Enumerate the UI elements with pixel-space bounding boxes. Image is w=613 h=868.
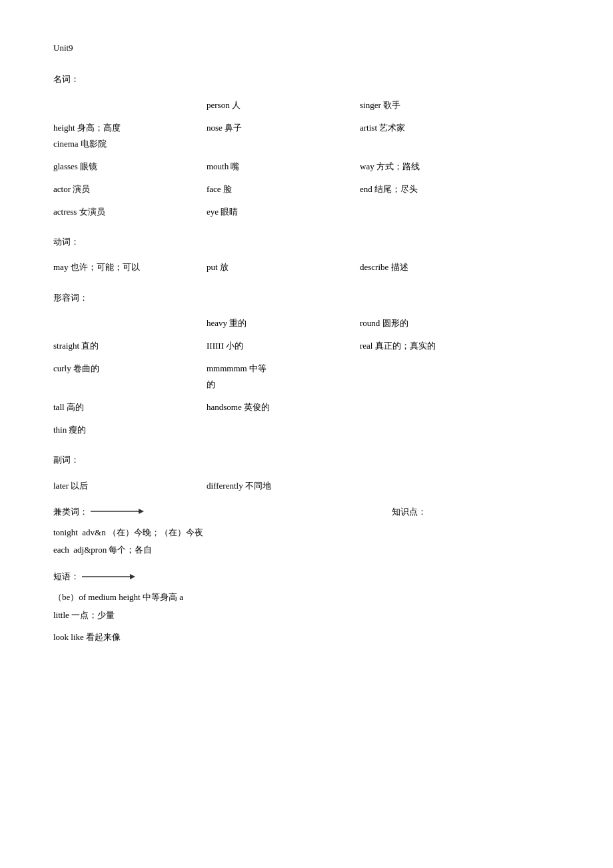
noun-cell bbox=[360, 201, 513, 223]
combined-item: each adj&pron 每个；各自 bbox=[53, 542, 560, 558]
combined-header: 兼类词： bbox=[53, 504, 88, 519]
verb-cell: may 也许；可能；可以 bbox=[53, 256, 207, 279]
combined-item: tonight adv&n （在）今晚；（在）今夜 bbox=[53, 525, 560, 541]
adv-en: later bbox=[53, 481, 69, 491]
nouns-header: 名词： bbox=[53, 71, 560, 87]
adj-en: curly bbox=[53, 363, 71, 373]
adj-zh: 英俊的 bbox=[244, 402, 270, 412]
adj-en: thin bbox=[53, 425, 67, 435]
adj-en: IIIIII bbox=[207, 341, 224, 351]
phrase-en: little bbox=[53, 610, 69, 620]
adj-en: straight bbox=[53, 341, 79, 351]
adj-cell bbox=[360, 357, 513, 396]
phrase-en2: a bbox=[179, 592, 183, 602]
adj-zh-cont: 的 bbox=[207, 379, 215, 389]
noun-en: person bbox=[207, 100, 230, 110]
verbs-grid: may 也许；可能；可以 put 放 describe 描述 bbox=[53, 256, 560, 279]
phrases-arrow bbox=[82, 572, 135, 581]
noun-cell: nose 鼻子 bbox=[207, 117, 360, 155]
svg-marker-3 bbox=[130, 574, 135, 579]
phrases-header: 短语： bbox=[53, 569, 79, 584]
noun-cell: height 身高；高度cinema 电影院 bbox=[53, 117, 207, 155]
adj-zh: 重的 bbox=[229, 318, 247, 328]
phrase-item: （be）of medium height 中等身高 a bbox=[53, 589, 560, 606]
noun-zh: 结尾；尽头 bbox=[374, 184, 418, 194]
adj-cell: real 真正的；真实的 bbox=[360, 335, 513, 357]
phrase-items: （be）of medium height 中等身高 a little 一点；少量… bbox=[53, 589, 560, 645]
noun-cell: actress 女演员 bbox=[53, 201, 207, 223]
adj-zh: 直的 bbox=[81, 341, 99, 351]
noun-cell: person 人 bbox=[207, 94, 360, 117]
adj-cell: IIIIII 小的 bbox=[207, 335, 360, 357]
advs-grid: later 以后 differently 不同地 bbox=[53, 475, 560, 497]
phrases-section: 短语： （be）of medium height 中等身高 a little 一… bbox=[53, 569, 560, 645]
adj-zh: 圆形的 bbox=[382, 318, 408, 328]
noun-cell: mouth 嘴 bbox=[207, 155, 360, 178]
knowledge-header: 知识点： bbox=[392, 504, 560, 519]
noun-zh: 嘴 bbox=[231, 161, 239, 171]
phrase-zh: 一点；少量 bbox=[71, 610, 115, 620]
noun-en: actor bbox=[53, 184, 71, 194]
adj-cell bbox=[207, 419, 360, 441]
combined-section: 兼类词： 知识点： tonight adv&n （在）今晚；（在）今夜 each… bbox=[53, 504, 560, 558]
adj-en: heavy bbox=[207, 318, 227, 328]
combined-pos: adv&n bbox=[82, 525, 105, 541]
noun-en: glasses bbox=[53, 161, 78, 171]
adj-cell: handsome 英俊的 bbox=[207, 396, 360, 419]
adj-zh: 小的 bbox=[226, 341, 243, 351]
noun-zh: 电影院 bbox=[81, 139, 107, 149]
noun-zh: 眼睛 bbox=[221, 207, 238, 217]
adj-cell: curly 卷曲的 bbox=[53, 357, 207, 396]
verb-zh: 描述 bbox=[391, 262, 408, 272]
noun-zh: 鼻子 bbox=[225, 123, 242, 133]
noun-en: face bbox=[207, 184, 221, 194]
adj-zh: 卷曲的 bbox=[73, 363, 99, 373]
adj-section: 形容词： heavy 重的 round 圆形的 straight 直的 IIII… bbox=[53, 290, 560, 442]
noun-zh: 人 bbox=[232, 100, 241, 110]
noun-en: way bbox=[360, 161, 374, 171]
adj-cell: heavy 重的 bbox=[207, 312, 360, 335]
adj-cell: round 圆形的 bbox=[360, 312, 513, 335]
adv-cell: later 以后 bbox=[53, 475, 207, 497]
noun-en: nose bbox=[207, 123, 223, 133]
adj-zh: 真正的；真实的 bbox=[375, 341, 436, 351]
noun-zh: 歌手 bbox=[383, 100, 400, 110]
adv-cell bbox=[360, 475, 513, 497]
noun-en: artist bbox=[360, 123, 377, 133]
phrase-item: look like 看起来像 bbox=[53, 629, 560, 646]
phrase-en: （be）of medium height bbox=[53, 592, 141, 602]
adj-cell: straight 直的 bbox=[53, 335, 207, 357]
adjs-grid: heavy 重的 round 圆形的 straight 直的 IIIIII 小的… bbox=[53, 312, 560, 441]
noun-zh: 艺术家 bbox=[379, 123, 405, 133]
adj-en: handsome bbox=[207, 402, 242, 412]
combined-zh: （在）今晚；（在）今夜 bbox=[108, 525, 203, 541]
adj-cell bbox=[53, 312, 207, 335]
noun-cell bbox=[53, 94, 207, 117]
noun-en: cinema bbox=[53, 139, 79, 149]
verb-en: may bbox=[53, 262, 68, 272]
noun-zh: 演员 bbox=[73, 184, 90, 194]
adv-zh: 以后 bbox=[71, 481, 88, 491]
nouns-grid: person 人 singer 歌手 height 身高；高度cinema 电影… bbox=[53, 94, 560, 223]
adj-en: real bbox=[360, 341, 372, 351]
combined-pos: adj&pron bbox=[73, 542, 107, 558]
combined-arrow bbox=[91, 507, 144, 516]
combined-en: each bbox=[53, 542, 69, 558]
noun-en: height bbox=[53, 123, 75, 133]
verb-en: describe bbox=[360, 262, 388, 272]
noun-zh: 身高；高度 bbox=[77, 123, 121, 133]
phrase-item: little 一点；少量 bbox=[53, 607, 560, 624]
adv-header: 副词： bbox=[53, 452, 560, 467]
phrase-en: look like bbox=[53, 632, 84, 642]
adj-cell: tall 高的 bbox=[53, 396, 207, 419]
adv-zh: 不同地 bbox=[245, 481, 271, 491]
adj-cell: mmmmmm 中等的 bbox=[207, 357, 360, 396]
noun-en: mouth bbox=[207, 161, 229, 171]
noun-zh: 脸 bbox=[223, 184, 232, 194]
noun-cell: way 方式；路线 bbox=[360, 155, 513, 178]
unit-title: Unit9 bbox=[53, 40, 560, 55]
adj-en: tall bbox=[53, 402, 65, 412]
adj-en: mmmmmm bbox=[207, 363, 247, 373]
verbs-section: 动词： may 也许；可能；可以 put 放 describe 描述 bbox=[53, 234, 560, 279]
noun-cell: actor 演员 bbox=[53, 178, 207, 201]
